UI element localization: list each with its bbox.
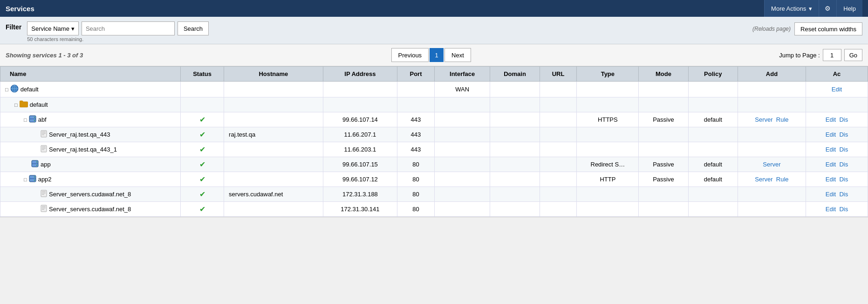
row-status: ✔ — [181, 172, 224, 187]
row-actions: Edit Dis — [806, 112, 868, 127]
go-button[interactable]: Go — [844, 49, 862, 61]
jump-to-page-input[interactable] — [823, 49, 841, 61]
action-link[interactable]: Edit — [826, 131, 836, 138]
row-icon — [20, 100, 28, 109]
row-type — [577, 97, 639, 112]
row-status: ✔ — [181, 187, 224, 202]
col-header-type: Type — [577, 67, 639, 82]
status-check-icon: ✔ — [199, 116, 205, 124]
status-check-icon: ✔ — [199, 145, 205, 153]
table-row: Server_servers.cudawaf.net_8 ✔servers.cu… — [0, 187, 868, 202]
action-link[interactable]: Dis — [839, 131, 848, 138]
row-mode — [639, 127, 688, 142]
action-link[interactable]: Edit — [826, 176, 836, 183]
row-ip: 172.31.3.188 — [323, 187, 397, 202]
col-header-domain: Domain — [490, 67, 540, 82]
row-actions: Edit Dis — [806, 142, 868, 157]
expand-icon[interactable]: □ — [24, 177, 27, 182]
col-header-actions: Ac — [806, 67, 868, 82]
row-url — [540, 112, 577, 127]
row-policy: default — [688, 157, 738, 172]
row-url — [540, 127, 577, 142]
col-header-ip: IP Address — [323, 67, 397, 82]
expand-icon[interactable]: □ — [14, 102, 18, 108]
action-link[interactable]: Dis — [839, 176, 848, 183]
row-status: ✔ — [181, 127, 224, 142]
add-link[interactable]: Server — [755, 176, 772, 183]
action-link[interactable]: Dis — [839, 146, 848, 153]
row-actions: Edit — [806, 82, 868, 97]
action-link[interactable]: Dis — [839, 116, 848, 123]
add-link[interactable]: Server — [763, 161, 780, 168]
col-header-hostname: Hostname — [224, 67, 323, 82]
row-name: abf — [38, 116, 47, 123]
search-button[interactable]: Search — [178, 21, 209, 35]
row-policy — [688, 82, 738, 97]
action-link[interactable]: Edit — [826, 191, 836, 198]
col-header-policy: Policy — [688, 67, 738, 82]
row-ip: 99.66.107.14 — [323, 112, 397, 127]
more-actions-button[interactable]: More Actions ▾ — [764, 0, 819, 17]
row-name: app — [41, 161, 51, 168]
action-link[interactable]: Edit — [826, 206, 836, 213]
gear-icon: ⚙ — [825, 5, 831, 12]
add-link[interactable]: Rule — [776, 116, 789, 123]
action-link[interactable]: Dis — [839, 161, 848, 168]
row-hostname — [224, 172, 323, 187]
gear-button[interactable]: ⚙ — [819, 0, 836, 17]
row-add — [738, 127, 806, 142]
row-icon — [41, 130, 47, 139]
row-add — [738, 142, 806, 157]
row-domain — [490, 202, 540, 217]
help-label: Help — [843, 5, 856, 12]
horizontal-scrollbar[interactable] — [0, 217, 868, 223]
action-link[interactable]: Dis — [839, 191, 848, 198]
row-name: Server_raj.test.qa_443_1 — [49, 146, 117, 153]
table-row: Server_raj.test.qa_443 ✔raj.test.qa11.66… — [0, 127, 868, 142]
row-policy — [688, 187, 738, 202]
row-add — [738, 187, 806, 202]
row-actions: Edit Dis — [806, 202, 868, 217]
row-add: Server Rule — [738, 112, 806, 127]
reloads-text: (Reloads page) — [752, 26, 791, 32]
row-name: Server_raj.test.qa_443 — [49, 131, 110, 138]
expand-icon[interactable]: □ — [5, 87, 8, 92]
page-1-button[interactable]: 1 — [430, 48, 444, 62]
filter-dropdown[interactable]: Service Name ▾ — [27, 21, 79, 35]
row-ip: 11.66.203.1 — [323, 142, 397, 157]
previous-button[interactable]: Previous — [391, 48, 429, 62]
row-hostname — [224, 112, 323, 127]
row-interface: WAN — [434, 82, 490, 97]
row-interface — [434, 202, 490, 217]
help-button[interactable]: Help — [836, 0, 862, 17]
action-link[interactable]: Edit — [826, 116, 836, 123]
row-add — [738, 82, 806, 97]
action-link[interactable]: Edit — [826, 146, 836, 153]
table-row: app ✔99.66.107.1580Redirect S…Passivedef… — [0, 157, 868, 172]
row-status — [181, 97, 224, 112]
row-add — [738, 202, 806, 217]
reset-column-widths-button[interactable]: Reset column widths — [794, 22, 862, 35]
status-check-icon: ✔ — [199, 190, 205, 198]
add-link[interactable]: Server — [755, 116, 772, 123]
row-mode: Passive — [639, 172, 688, 187]
row-actions: Edit Dis — [806, 157, 868, 172]
action-link[interactable]: Dis — [839, 206, 848, 213]
row-actions: Edit Dis — [806, 187, 868, 202]
expand-icon[interactable]: □ — [24, 117, 27, 123]
search-input[interactable] — [82, 21, 175, 35]
col-header-add: Add — [738, 67, 806, 82]
row-policy: default — [688, 112, 738, 127]
top-bar-actions: More Actions ▾ ⚙ Help — [764, 0, 862, 17]
row-status — [181, 82, 224, 97]
action-link[interactable]: Edit — [826, 161, 836, 168]
table-row: □ abf ✔99.66.107.14443HTTPSPassivedefaul… — [0, 112, 868, 127]
add-link[interactable]: Rule — [776, 176, 789, 183]
row-port: 443 — [397, 112, 435, 127]
action-link[interactable]: Edit — [832, 86, 842, 93]
row-icon — [31, 160, 39, 169]
row-interface — [434, 187, 490, 202]
col-header-name: Name — [0, 67, 181, 82]
row-interface — [434, 157, 490, 172]
next-button[interactable]: Next — [444, 48, 471, 62]
